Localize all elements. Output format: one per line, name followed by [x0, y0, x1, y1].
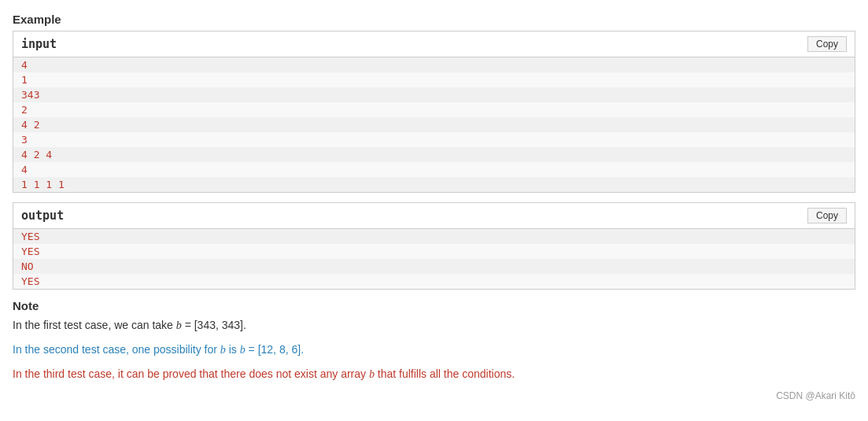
table-row: YES [13, 229, 855, 244]
table-row: 1 1 1 1 [13, 177, 855, 192]
input-copy-button[interactable]: Copy [807, 36, 847, 52]
table-row: 1 [13, 72, 855, 87]
output-copy-button[interactable]: Copy [807, 208, 847, 223]
table-row: 2 [13, 102, 855, 117]
input-block: input Copy 4134324 234 2 441 1 1 1 [13, 31, 855, 193]
table-row: 4 [13, 57, 855, 72]
note-section: Note In the first test case, we can take… [13, 299, 855, 382]
input-data-rows: 4134324 234 2 441 1 1 1 [13, 57, 855, 192]
output-block-header: output Copy [13, 203, 855, 229]
table-row: YES [13, 244, 855, 259]
table-row: NO [13, 259, 855, 274]
note-line-3: In the third test case, it can be proved… [13, 366, 855, 382]
footer-credit: CSDN @Akari Kitō [13, 390, 855, 401]
note-line-2: In the second test case, one possibility… [13, 342, 855, 358]
table-row: 343 [13, 87, 855, 102]
example-section: Example input Copy 4134324 234 2 441 1 1… [13, 13, 855, 401]
output-label: output [21, 209, 64, 223]
table-row: 4 [13, 162, 855, 177]
example-title: Example [13, 13, 855, 26]
note-title: Note [13, 299, 855, 312]
input-block-header: input Copy [13, 31, 855, 57]
note-line-1: In the first test case, we can take b = … [13, 317, 855, 334]
output-block: output Copy YESYESNOYES [13, 202, 855, 290]
output-data-rows: YESYESNOYES [13, 229, 855, 289]
table-row: 4 2 [13, 117, 855, 132]
input-label: input [21, 37, 57, 51]
table-row: YES [13, 274, 855, 289]
table-row: 3 [13, 132, 855, 147]
table-row: 4 2 4 [13, 147, 855, 162]
